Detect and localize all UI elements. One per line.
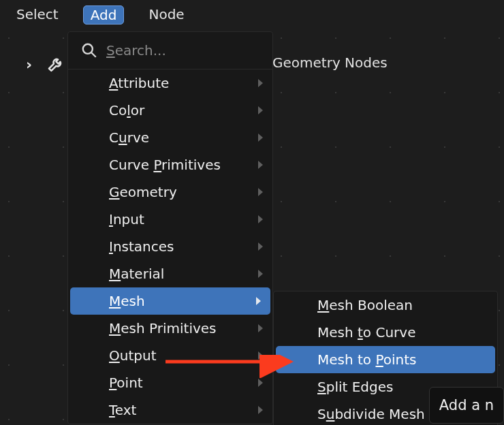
category-label: Color <box>109 102 144 119</box>
category-curve-primitives[interactable]: Curve Primitives <box>68 151 272 178</box>
search-placeholder-text: S <box>106 42 115 59</box>
category-geometry[interactable]: Geometry <box>68 178 272 206</box>
add-menu-panel: Search... AttributeColorCurveCurve Primi… <box>67 31 273 424</box>
chevron-right-icon <box>257 242 264 251</box>
submenu-mesh-to-curve[interactable]: Mesh to Curve <box>274 319 497 346</box>
chevron-right-icon <box>257 78 264 88</box>
chevron-right-icon <box>257 215 264 224</box>
svg-point-0 <box>83 44 93 54</box>
submenu-mesh-to-points[interactable]: Mesh to Points <box>276 346 495 373</box>
category-label: Mesh Primitives <box>109 320 217 336</box>
category-label: Instances <box>109 238 174 255</box>
chevron-right-icon <box>257 160 264 170</box>
menu-node[interactable]: Node <box>142 5 191 25</box>
category-label: Material <box>109 266 164 282</box>
category-color[interactable]: Color <box>68 97 272 124</box>
category-label: Curve <box>109 129 149 146</box>
submenu-mesh-boolean[interactable]: Mesh Boolean <box>274 292 497 319</box>
category-output[interactable]: Output <box>68 342 272 369</box>
search-input[interactable]: Search... <box>106 42 166 59</box>
chevron-right-icon <box>257 405 264 415</box>
category-curve[interactable]: Curve <box>68 124 272 151</box>
submenu-label: Mesh to Points <box>317 351 417 368</box>
category-material[interactable]: Material <box>68 260 272 287</box>
submenu-label: Subdivide Mesh <box>317 406 425 422</box>
category-point[interactable]: Point <box>68 369 272 396</box>
submenu-label: Split Edges <box>317 379 393 395</box>
submenu-label: Mesh to Curve <box>317 324 415 341</box>
chevron-right-icon <box>257 324 264 333</box>
category-label: Point <box>109 375 143 391</box>
chevron-right-icon <box>257 351 264 360</box>
category-input[interactable]: Input <box>68 206 272 233</box>
chevron-right-icon <box>257 187 264 197</box>
category-mesh-primitives[interactable]: Mesh Primitives <box>68 315 272 342</box>
chevron-right-icon <box>257 133 264 142</box>
chevron-right-icon <box>255 296 262 306</box>
category-label: Geometry <box>109 184 177 200</box>
category-mesh[interactable]: Mesh <box>70 287 270 315</box>
chevron-right-icon <box>257 106 264 115</box>
svg-line-1 <box>91 52 96 57</box>
category-label: Input <box>109 211 144 227</box>
menu-select[interactable]: Select <box>10 5 65 25</box>
category-text[interactable]: Text <box>68 396 272 424</box>
chevron-right-icon <box>257 378 264 388</box>
chevron-right-icon <box>257 269 264 279</box>
category-instances[interactable]: Instances <box>68 233 272 260</box>
breadcrumb-label[interactable]: Geometry Nodes <box>272 54 388 71</box>
search-row[interactable]: Search... <box>68 32 272 69</box>
top-menubar: Select Add Node <box>0 0 504 31</box>
tooltip: Add a n <box>429 387 504 424</box>
category-attribute[interactable]: Attribute <box>68 69 272 97</box>
category-label: Text <box>109 402 136 418</box>
category-label: Mesh <box>109 293 145 309</box>
menu-add[interactable]: Add <box>83 5 125 25</box>
submenu-label: Mesh Boolean <box>317 297 413 313</box>
category-label: Output <box>109 347 156 364</box>
category-label: Curve Primitives <box>109 157 221 173</box>
search-icon <box>80 42 98 59</box>
category-label: Attribute <box>109 75 169 91</box>
